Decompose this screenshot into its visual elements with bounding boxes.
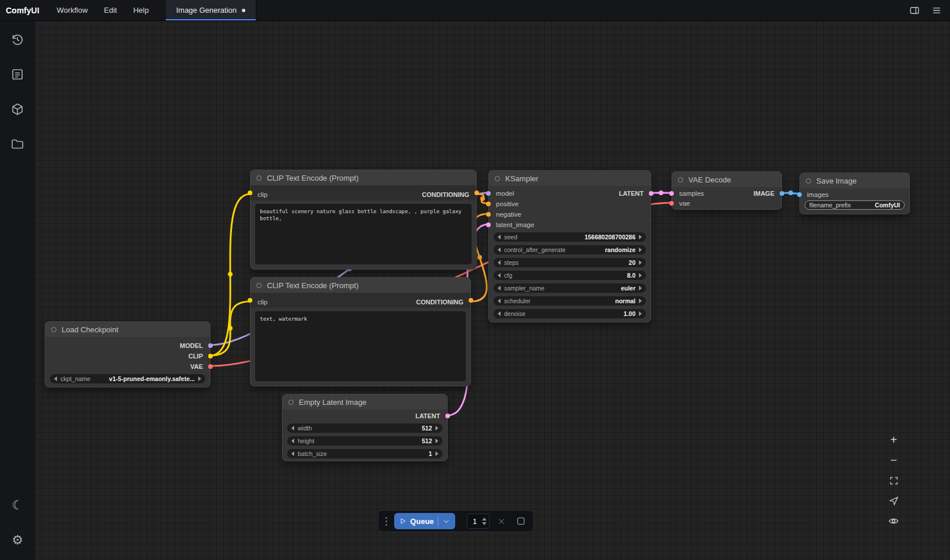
workflows-folder-icon[interactable] (8, 135, 27, 153)
queue-button[interactable]: Queue (394, 513, 455, 529)
output-slot-conditioning[interactable] (469, 298, 473, 303)
input-slot-negative[interactable] (486, 212, 491, 217)
decrement-icon[interactable] (482, 522, 487, 525)
widget-seed[interactable]: seed 156680208700286 (494, 232, 646, 242)
node-header[interactable]: CLIP Text Encode (Prompt) (251, 278, 470, 293)
decrement-arrow-icon[interactable] (291, 439, 294, 443)
widget-denoise[interactable]: denoise 1.00 (494, 309, 646, 318)
increment-arrow-icon[interactable] (435, 451, 438, 456)
increment-icon[interactable] (482, 518, 487, 520)
input-slot-model[interactable] (486, 191, 491, 196)
widget-width[interactable]: width 512 (287, 423, 442, 433)
decrement-arrow-icon[interactable] (498, 311, 501, 316)
decrement-arrow-icon[interactable] (54, 376, 57, 381)
collapse-icon[interactable] (256, 175, 262, 181)
collapse-icon[interactable] (256, 283, 262, 288)
decrement-arrow-icon[interactable] (291, 451, 294, 456)
tab-image-generation[interactable]: Image Generation (165, 0, 256, 20)
widget-filename-prefix[interactable]: filename_prefix ComfyUI (805, 200, 905, 210)
collapse-icon[interactable] (806, 178, 811, 184)
zoom-in-button[interactable]: + (885, 431, 902, 448)
increment-arrow-icon[interactable] (198, 376, 201, 381)
stop-button[interactable] (514, 514, 527, 529)
node-header[interactable]: VAE Decode (672, 172, 781, 187)
widget-control-after-generate[interactable]: control_after_generate randomize (494, 245, 646, 254)
prompt-textarea[interactable]: text, watermark (255, 311, 466, 381)
node-header[interactable]: CLIP Text Encode (Prompt) (251, 170, 476, 185)
node-vae-decode[interactable]: VAE Decode samples IMAGE vae (672, 171, 782, 210)
increment-arrow-icon[interactable] (639, 299, 642, 303)
fit-view-button[interactable] (885, 472, 902, 489)
decrement-arrow-icon[interactable] (498, 235, 501, 239)
widget-scheduler[interactable]: scheduler normal (494, 296, 646, 306)
node-ksampler[interactable]: KSampler model LATENT positive negative … (488, 170, 651, 322)
canvas-controls: + − (885, 431, 905, 530)
toggle-panel-button[interactable] (906, 2, 923, 19)
workflow-history-icon[interactable] (8, 30, 27, 49)
collapse-icon[interactable] (51, 327, 56, 332)
decrement-arrow-icon[interactable] (498, 247, 501, 252)
drag-handle-icon[interactable] (385, 520, 387, 522)
widget-ckpt-name[interactable]: ckpt_name v1-5-pruned-emaonly.safete... (50, 374, 205, 383)
increment-arrow-icon[interactable] (435, 439, 438, 443)
decrement-arrow-icon[interactable] (498, 286, 501, 290)
output-slot-model[interactable] (208, 343, 213, 348)
node-load-checkpoint[interactable]: Load Checkpoint MODEL CLIP VAE ckpt_name… (45, 321, 210, 387)
node-save-image[interactable]: Save Image images filename_prefix ComfyU… (799, 173, 910, 214)
widget-height[interactable]: height 512 (287, 436, 442, 446)
widget-steps[interactable]: steps 20 (494, 258, 646, 267)
theme-toggle-icon[interactable]: ☾ (8, 496, 27, 515)
input-slot-latent-image[interactable] (486, 222, 491, 227)
output-slot-vae[interactable] (208, 364, 213, 369)
decrement-arrow-icon[interactable] (498, 273, 501, 278)
decrement-arrow-icon[interactable] (498, 260, 501, 265)
input-slot-clip[interactable] (248, 191, 252, 195)
menu-workflow[interactable]: Workflow (49, 0, 96, 20)
node-header[interactable]: Empty Latent Image (283, 394, 447, 410)
collapse-icon[interactable] (678, 177, 683, 182)
collapse-icon[interactable] (288, 400, 294, 405)
node-header[interactable]: Save Image (800, 173, 909, 188)
output-slot-image[interactable] (780, 191, 784, 196)
clear-queue-button[interactable] (495, 514, 509, 529)
increment-arrow-icon[interactable] (639, 235, 642, 239)
increment-arrow-icon[interactable] (639, 286, 642, 290)
output-slot-latent[interactable] (649, 191, 653, 196)
prompt-textarea[interactable]: beautiful scenery nature glass bottle la… (255, 204, 472, 264)
increment-arrow-icon[interactable] (639, 260, 642, 265)
widget-batch-size[interactable]: batch_size 1 (287, 449, 442, 458)
increment-arrow-icon[interactable] (639, 273, 642, 278)
node-header[interactable]: KSampler (489, 171, 651, 186)
output-slot-latent[interactable] (445, 414, 450, 418)
increment-arrow-icon[interactable] (639, 311, 642, 316)
model-library-icon[interactable] (8, 100, 27, 119)
zoom-out-button[interactable]: − (885, 451, 902, 469)
input-slot-samples[interactable] (669, 191, 674, 196)
increment-arrow-icon[interactable] (639, 247, 642, 252)
widget-sampler-name[interactable]: sampler_name euler (494, 283, 646, 293)
batch-count-input[interactable]: 1 (467, 514, 490, 529)
toggle-link-visibility-button[interactable] (885, 512, 902, 530)
settings-gear-icon[interactable]: ⚙ (8, 531, 27, 550)
collapse-icon[interactable] (495, 176, 500, 181)
node-header[interactable]: Load Checkpoint (45, 322, 210, 337)
menu-help[interactable]: Help (125, 0, 157, 20)
input-slot-positive[interactable] (486, 202, 491, 206)
select-mode-button[interactable] (885, 492, 902, 509)
chevron-down-icon[interactable] (442, 518, 450, 525)
menu-edit[interactable]: Edit (96, 0, 125, 20)
increment-arrow-icon[interactable] (435, 426, 438, 430)
node-empty-latent-image[interactable]: Empty Latent Image LATENT width 512 heig… (282, 394, 448, 461)
decrement-arrow-icon[interactable] (498, 299, 501, 303)
input-slot-vae[interactable] (669, 201, 674, 206)
input-slot-images[interactable] (797, 192, 802, 197)
output-slot-clip[interactable] (208, 354, 213, 358)
main-menu-button[interactable] (928, 2, 945, 19)
node-clip-text-encode-positive[interactable]: CLIP Text Encode (Prompt) clip CONDITION… (250, 170, 477, 270)
node-clip-text-encode-negative[interactable]: CLIP Text Encode (Prompt) clip CONDITION… (250, 277, 471, 386)
input-slot-clip[interactable] (248, 298, 252, 303)
decrement-arrow-icon[interactable] (291, 426, 294, 430)
node-library-icon[interactable] (8, 65, 27, 84)
output-slot-conditioning[interactable] (474, 191, 479, 195)
widget-cfg[interactable]: cfg 8.0 (494, 271, 646, 280)
